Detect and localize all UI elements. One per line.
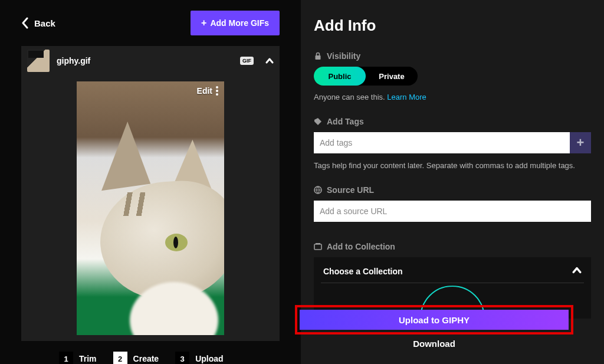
source-label: Source URL xyxy=(327,185,374,195)
top-bar: Back + Add More GIFs xyxy=(21,11,280,35)
tag-icon xyxy=(314,117,322,126)
collection-icon xyxy=(314,242,322,251)
back-label: Back xyxy=(34,18,55,28)
gif-badge: GIF xyxy=(240,57,254,65)
step-number: 1 xyxy=(59,352,73,364)
preview-area: Edit xyxy=(21,76,280,341)
svg-rect-5 xyxy=(314,244,321,250)
file-row: giphy.gif GIF xyxy=(21,46,280,76)
chevron-left-icon xyxy=(21,17,28,29)
file-thumbnail xyxy=(27,50,50,72)
left-panel: Back + Add More GIFs giphy.gif GIF Edit xyxy=(0,0,301,364)
step-trim[interactable]: 1 Trim xyxy=(59,352,97,364)
visibility-toggle[interactable]: Public Private xyxy=(314,67,418,86)
svg-point-2 xyxy=(216,93,218,96)
plus-icon: + xyxy=(201,18,206,28)
collection-label: Add to Collection xyxy=(327,242,395,251)
svg-rect-6 xyxy=(316,243,320,244)
collection-section-label: Add to Collection xyxy=(314,242,591,251)
step-create[interactable]: 2 Create xyxy=(113,352,159,364)
edit-label: Edit xyxy=(197,86,212,96)
more-vertical-icon xyxy=(216,86,218,96)
download-button[interactable]: Download xyxy=(295,339,573,349)
svg-point-1 xyxy=(216,90,218,92)
step-label: Trim xyxy=(79,354,97,363)
back-button[interactable]: Back xyxy=(21,17,55,29)
tags-hint: Tags help find your content later. Separ… xyxy=(314,160,591,171)
file-name: giphy.gif xyxy=(57,56,233,65)
gif-preview: Edit xyxy=(77,81,224,335)
lock-icon xyxy=(314,52,322,60)
tags-section-label: Add Tags xyxy=(314,117,591,126)
visibility-public-option[interactable]: Public xyxy=(314,67,366,86)
chevron-up-icon xyxy=(572,265,582,277)
svg-point-0 xyxy=(216,86,218,88)
add-more-gifs-button[interactable]: + Add More GIFs xyxy=(191,11,280,35)
choose-collection-toggle[interactable]: Choose a Collection xyxy=(321,257,584,283)
source-section-label: Source URL xyxy=(314,185,591,195)
step-indicator: 1 Trim 2 Create 3 Upload xyxy=(21,349,280,364)
source-url-input[interactable] xyxy=(314,201,591,222)
step-label: Create xyxy=(133,354,159,363)
upload-to-giphy-button[interactable]: Upload to GIPHY xyxy=(300,310,569,330)
visibility-hint: Anyone can see this. Learn More xyxy=(314,93,591,101)
upload-button-highlight: Upload to GIPHY xyxy=(295,305,573,335)
step-upload[interactable]: 3 Upload xyxy=(175,352,223,364)
choose-collection-label: Choose a Collection xyxy=(323,267,403,276)
panel-title: Add Info xyxy=(314,17,591,35)
visibility-private-option[interactable]: Private xyxy=(366,67,418,86)
svg-rect-3 xyxy=(316,55,321,60)
visibility-label: Visibility xyxy=(327,51,360,61)
step-number: 3 xyxy=(175,352,189,364)
add-tag-button[interactable]: + xyxy=(570,132,591,153)
step-label: Upload xyxy=(195,354,223,363)
step-number: 2 xyxy=(113,352,127,364)
add-more-label: Add More GIFs xyxy=(210,18,269,28)
learn-more-link[interactable]: Learn More xyxy=(387,93,426,101)
edit-button[interactable]: Edit xyxy=(197,86,218,96)
plus-icon: + xyxy=(577,135,585,150)
globe-icon xyxy=(314,186,322,194)
tags-label: Add Tags xyxy=(327,117,364,126)
chevron-up-icon[interactable] xyxy=(265,57,274,65)
tags-input[interactable] xyxy=(314,132,570,153)
visibility-section-label: Visibility xyxy=(314,51,591,61)
